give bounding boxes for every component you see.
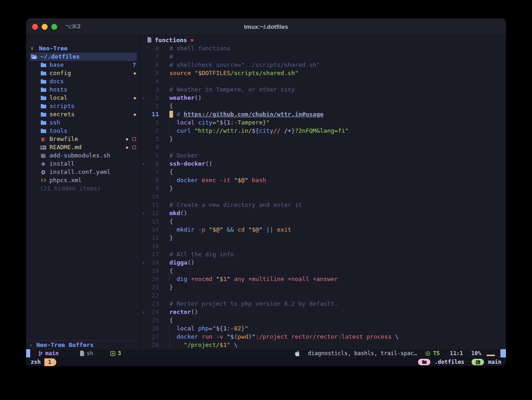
- code-line[interactable]: 18digga(): [141, 259, 506, 267]
- filetype: sh: [80, 350, 93, 357]
- neo-tree-header[interactable]: Neo-Tree: [26, 44, 140, 53]
- tree-item-config[interactable]: config: [26, 69, 140, 77]
- lsp-status: TS: [425, 350, 440, 357]
- fold-column: [141, 61, 147, 69]
- code-line[interactable]: 23# Rector project to php version 8.2 by…: [141, 300, 506, 308]
- code-line[interactable]: 24rector(): [141, 308, 506, 316]
- folder-icon: [40, 104, 47, 108]
- code-line[interactable]: 6ssh-docker(): [141, 160, 506, 168]
- fold-column: [141, 201, 147, 209]
- close-window-button[interactable]: [32, 24, 38, 30]
- code-line[interactable]: 1{: [141, 102, 506, 110]
- code-line[interactable]: 5# Docker: [141, 151, 506, 160]
- tree-item-tools[interactable]: tools: [26, 127, 140, 135]
- fold-column: [141, 324, 147, 333]
- tree-item-label: docs: [49, 77, 64, 86]
- lsp-status-label: TS: [433, 350, 440, 357]
- fold-open-icon[interactable]: [141, 94, 147, 102]
- fold-open-icon[interactable]: [141, 308, 147, 316]
- fold-column: [141, 110, 147, 119]
- line-text: mkd(): [169, 209, 187, 217]
- code-line[interactable]: 28▏ "/project/$1" \: [141, 341, 506, 349]
- line-text: {: [169, 102, 173, 110]
- code-line[interactable]: 21}: [141, 283, 506, 292]
- tree-item-local[interactable]: local: [26, 94, 140, 102]
- close-tab-icon[interactable]: ×: [190, 37, 194, 43]
- line-number: 2: [147, 94, 159, 102]
- tree-item-phpcs.xml[interactable]: phpcs.xml: [26, 176, 140, 184]
- tree-item-brewfile[interactable]: Brewfile: [26, 135, 140, 143]
- code-line[interactable]: 4: [141, 77, 506, 86]
- code-line[interactable]: 11# Create a new directory and enter it: [141, 201, 506, 209]
- code-line[interactable]: 19{: [141, 267, 506, 275]
- code-line[interactable]: 14▏ mkdir -p "$@" && cd "$@" || exit: [141, 226, 506, 234]
- tree-item-base[interactable]: base?: [26, 61, 140, 69]
- code-line[interactable]: 7#: [141, 53, 506, 61]
- tmux-window-index-badge: 1: [44, 358, 56, 366]
- code-line[interactable]: 26▏ local php="${1:-82}": [141, 324, 506, 333]
- line-text: }: [169, 135, 173, 143]
- tree-item-scripts[interactable]: scripts: [26, 102, 140, 110]
- line-text: ▏ local city="${1:-Tampere}": [169, 119, 270, 127]
- code-line[interactable]: 16: [141, 242, 506, 250]
- tree-item--21-hidden-items-[interactable]: (21 hidden items): [26, 184, 140, 193]
- code-line[interactable]: 8▏ docker exec -it "$@" bash: [141, 176, 506, 184]
- tab-functions[interactable]: functions ×: [147, 37, 194, 43]
- folder-icon: [40, 120, 47, 125]
- zoom-window-button[interactable]: [51, 24, 57, 30]
- line-text: {: [169, 267, 173, 275]
- fold-open-icon[interactable]: [141, 160, 147, 168]
- fold-open-icon[interactable]: [141, 259, 147, 267]
- apple-icon: [295, 351, 300, 357]
- tree-item-add-submodules.sh[interactable]: add-submodules.sh: [26, 151, 140, 160]
- chevron-down-icon: [29, 44, 35, 53]
- line-number: 28: [147, 341, 159, 349]
- code-line[interactable]: 20▏ dig +nocmd "$1" any +multiline +noal…: [141, 275, 506, 283]
- code-line[interactable]: 8# shell functions: [141, 44, 506, 53]
- fold-column: [141, 77, 147, 86]
- tab-label: functions: [155, 37, 187, 43]
- code-line[interactable]: 17# All the dig info: [141, 250, 506, 259]
- code-line[interactable]: 6# shellcheck source="../scripts/shared.…: [141, 61, 506, 69]
- code-line[interactable]: 1▏ local city="${1:-Tampere}": [141, 119, 506, 127]
- code-line[interactable]: 2▏ curl "http://wttr.in/${city// /+}?2nF…: [141, 127, 506, 135]
- code-line[interactable]: 13{: [141, 217, 506, 226]
- code-line[interactable]: 2weather(): [141, 94, 506, 102]
- code-line[interactable]: 3# Weather in Tampere, or other city: [141, 86, 506, 94]
- cursor-position: 11:1: [450, 350, 463, 357]
- neo-tree-buffers-header[interactable]: Neo-Tree Buffers: [26, 341, 140, 349]
- tree-item-secrets[interactable]: secrets: [26, 110, 140, 119]
- fold-column: [141, 333, 147, 341]
- fold-column: [141, 44, 147, 53]
- code-line[interactable]: 27▏ docker run -v "$(pwd)":/project rect…: [141, 333, 506, 341]
- line-number: 7: [147, 53, 159, 61]
- code-line[interactable]: 3}: [141, 135, 506, 143]
- code-line[interactable]: 25{: [141, 316, 506, 324]
- fold-open-icon[interactable]: [141, 209, 147, 217]
- fold-column: [141, 250, 147, 259]
- code-line[interactable]: 10: [141, 193, 506, 201]
- code-line[interactable]: 5source "$DOTFILES/scripts/shared.sh": [141, 69, 506, 77]
- code-line[interactable]: 22: [141, 292, 506, 300]
- code-line[interactable]: 15}: [141, 234, 506, 242]
- minimize-window-button[interactable]: [42, 24, 48, 30]
- fold-column: [141, 119, 147, 127]
- line-number: 12: [147, 209, 159, 217]
- scrollbar-thumb[interactable]: [500, 349, 506, 357]
- code-line[interactable]: 7{: [141, 168, 506, 176]
- fold-column: [141, 193, 147, 201]
- tree-item-label: scripts: [49, 102, 75, 110]
- tree-item-readme.md[interactable]: README.md: [26, 143, 140, 151]
- statusline: main sh 3 diagnosticls, bashls, trail-sp…: [26, 349, 506, 357]
- tree-item-hosts[interactable]: hosts: [26, 86, 140, 94]
- code-line[interactable]: 12mkd(): [141, 209, 506, 217]
- tree-item-install.conf.yaml[interactable]: install.conf.yaml: [26, 168, 140, 176]
- tree-item-docs[interactable]: docs: [26, 77, 140, 86]
- code-line-current[interactable]: 11 ▏# https://github.com/chubin/wttr.in#…: [141, 110, 506, 119]
- tree-item--.dotfiles[interactable]: ~/.dotfiles: [26, 53, 140, 61]
- tmux-window-zsh[interactable]: zsh 1: [31, 358, 56, 366]
- code-line[interactable]: 9}: [141, 184, 506, 193]
- code-line[interactable]: 4: [141, 143, 506, 151]
- tree-item-ssh[interactable]: ssh: [26, 119, 140, 127]
- tree-item-install[interactable]: install: [26, 160, 140, 168]
